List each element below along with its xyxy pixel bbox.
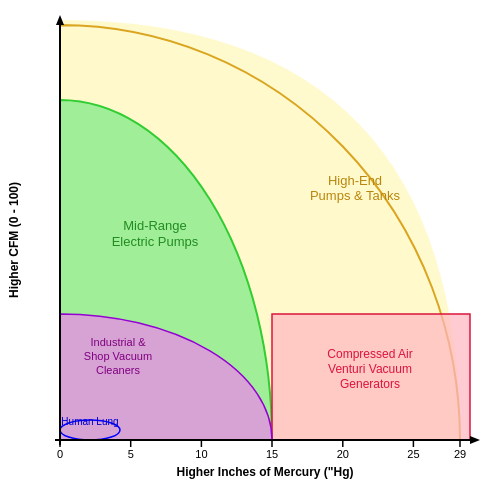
high-end-pumps-label-line1: High-End [328, 173, 382, 188]
mid-range-label-line1: Mid-Range [123, 218, 187, 233]
y-axis-label: Higher CFM (0 - 100) [7, 182, 21, 298]
compressed-air-label-line2: Venturi Vacuum [328, 362, 412, 376]
x-tick-29: 29 [454, 448, 466, 460]
chart-svg: 0 5 10 15 20 25 29 Higher Inches of Merc… [0, 0, 500, 500]
x-tick-20: 20 [337, 448, 349, 460]
compressed-air-label-line3: Generators [340, 377, 400, 391]
x-tick-10: 10 [195, 448, 207, 460]
x-tick-25: 25 [407, 448, 419, 460]
x-tick-15: 15 [266, 448, 278, 460]
human-lung-label: Human Lung [61, 416, 118, 427]
high-end-pumps-label-line2: Pumps & Tanks [310, 188, 401, 203]
industrial-label-line1: Industrial & [90, 336, 146, 348]
x-tick-0: 0 [57, 448, 63, 460]
industrial-label-line2: Shop Vacuum [84, 350, 152, 362]
x-axis-label: Higher Inches of Mercury ("Hg) [176, 465, 353, 479]
mid-range-label-line2: Electric Pumps [112, 234, 199, 249]
x-tick-5: 5 [128, 448, 134, 460]
compressed-air-label-line1: Compressed Air [327, 347, 412, 361]
industrial-label-line3: Cleaners [96, 364, 141, 376]
chart-container: 0 5 10 15 20 25 29 Higher Inches of Merc… [0, 0, 500, 500]
